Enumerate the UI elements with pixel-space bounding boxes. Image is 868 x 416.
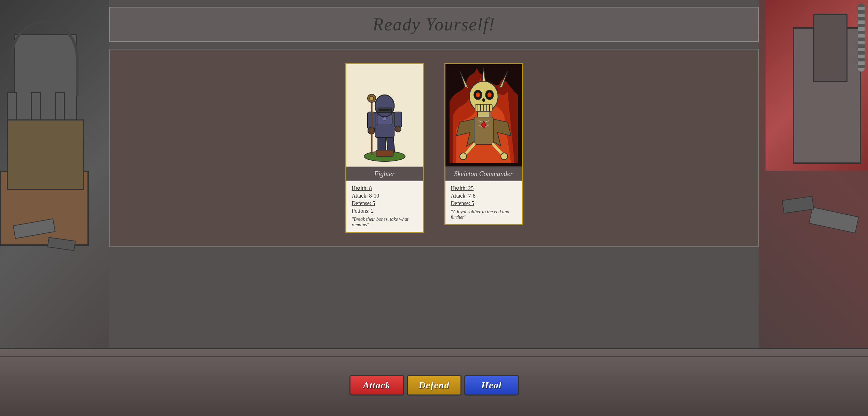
cards-container: Fighter Health: 8 Attack: 8-10 Defense: … bbox=[345, 63, 523, 233]
svg-point-20 bbox=[476, 92, 480, 97]
action-buttons: Attack Defend Heal bbox=[349, 375, 519, 396]
fighter-attack: Attack: 8-10 bbox=[352, 193, 417, 199]
fighter-defense: Defense: 5 bbox=[352, 200, 417, 206]
svg-rect-28 bbox=[478, 111, 490, 117]
svg-rect-11 bbox=[378, 109, 391, 111]
heal-button[interactable]: Heal bbox=[464, 375, 519, 396]
svg-point-8 bbox=[395, 126, 401, 132]
page-title: Ready Yourself! bbox=[373, 15, 495, 34]
svg-point-21 bbox=[487, 92, 492, 97]
fighter-image bbox=[346, 64, 423, 167]
skeleton-card: Skeleton Commander Health: 25 Attack: 7-… bbox=[444, 63, 523, 225]
skeleton-illustration bbox=[450, 68, 518, 163]
svg-rect-6 bbox=[394, 112, 402, 127]
fighter-illustration bbox=[357, 68, 412, 163]
svg-point-30 bbox=[460, 153, 467, 160]
svg-point-16 bbox=[383, 117, 386, 120]
skeleton-health: Health: 25 bbox=[451, 185, 516, 191]
fighter-card: Fighter Health: 8 Attack: 8-10 Defense: … bbox=[345, 63, 424, 233]
fighter-name: Fighter bbox=[346, 167, 423, 181]
attack-button[interactable]: Attack bbox=[349, 375, 404, 396]
defend-button[interactable]: Defend bbox=[407, 375, 461, 396]
left-wood bbox=[0, 171, 89, 246]
skeleton-stats: Health: 25 Attack: 7-8 Defense: 5 "A loy… bbox=[445, 181, 522, 224]
fighter-potions: Potions: 2 bbox=[352, 208, 417, 214]
skeleton-quote: "A loyal soldier to the end and further" bbox=[451, 209, 516, 220]
skeleton-image bbox=[445, 64, 522, 167]
left-pillar-3 bbox=[55, 92, 65, 201]
fighter-quote: "Break their bones, take what remains" bbox=[352, 217, 417, 228]
right-rubble-2 bbox=[782, 196, 814, 214]
main-panel: Fighter Health: 8 Attack: 8-10 Defense: … bbox=[109, 49, 759, 247]
main-container: Ready Yourself! bbox=[109, 0, 759, 416]
right-rubble-1 bbox=[809, 207, 859, 233]
svg-point-31 bbox=[501, 153, 508, 160]
left-arch bbox=[10, 20, 79, 96]
skeleton-defense: Defense: 5 bbox=[451, 200, 516, 206]
fighter-stats: Health: 8 Attack: 8-10 Defense: 5 Potion… bbox=[346, 181, 423, 232]
skeleton-name: Skeleton Commander bbox=[445, 167, 522, 181]
skeleton-attack: Attack: 7-8 bbox=[451, 193, 516, 199]
svg-point-14 bbox=[370, 96, 374, 100]
svg-point-9 bbox=[375, 95, 394, 117]
title-bar: Ready Yourself! bbox=[109, 7, 759, 42]
right-tower bbox=[813, 14, 848, 82]
fighter-health: Health: 8 bbox=[352, 185, 417, 191]
svg-rect-15 bbox=[376, 150, 393, 156]
right-chain bbox=[858, 3, 865, 72]
